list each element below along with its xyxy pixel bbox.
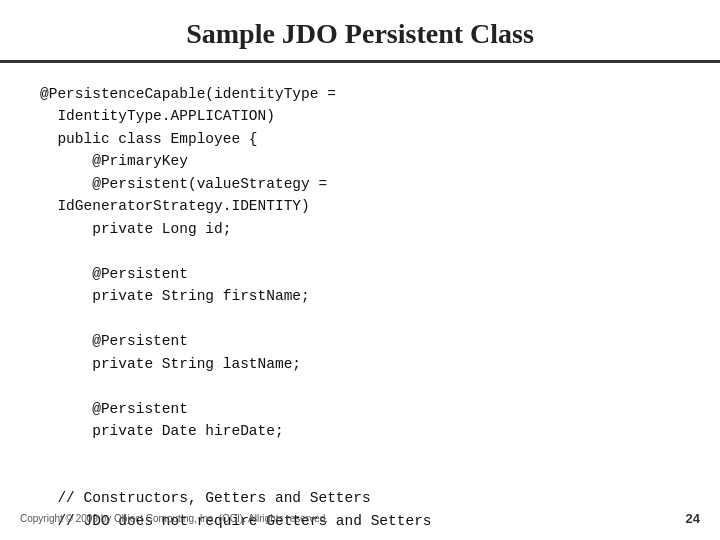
- footer: Copyright © 2009 by Object Computing, In…: [0, 511, 720, 526]
- footer-page-number: 24: [686, 511, 700, 526]
- content-area: @PersistenceCapable(identityType = Ident…: [0, 75, 720, 532]
- footer-copyright: Copyright © 2009 by Object Computing, In…: [20, 512, 328, 526]
- slide-title: Sample JDO Persistent Class: [186, 18, 534, 49]
- slide: Sample JDO Persistent Class @Persistence…: [0, 0, 720, 540]
- code-block: @PersistenceCapable(identityType = Ident…: [40, 83, 680, 532]
- title-area: Sample JDO Persistent Class: [0, 0, 720, 63]
